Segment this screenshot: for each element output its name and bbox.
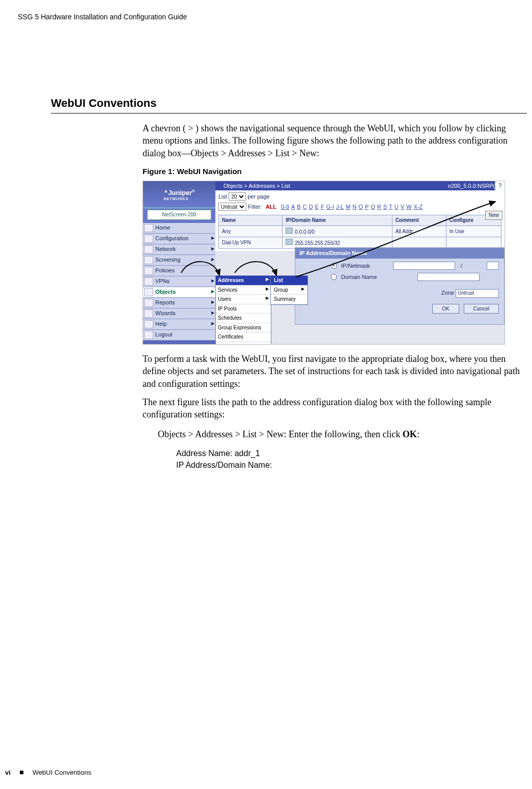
chevron-right-icon: ▶ xyxy=(211,278,214,284)
filter-letter[interactable]: T xyxy=(389,204,393,210)
per-page-select[interactable]: 20 xyxy=(229,192,246,201)
filter-all[interactable]: ALL xyxy=(266,204,276,210)
toggle-menu-link[interactable]: Toggle Menu xyxy=(143,344,215,345)
submenu-item-users[interactable]: Users▶ xyxy=(216,295,271,304)
sidebar-item-label: Policies xyxy=(155,267,175,274)
filter-letter[interactable]: U xyxy=(395,204,399,210)
filter-letter[interactable]: Q xyxy=(371,204,375,210)
zone-select[interactable]: Untrust xyxy=(456,289,499,298)
filter-letter[interactable]: O xyxy=(358,204,363,210)
nav-icon xyxy=(144,331,153,339)
submenu-item-schedules[interactable]: Schedules xyxy=(216,314,271,323)
nav-icon xyxy=(144,235,153,243)
filter-letter[interactable]: W xyxy=(406,204,411,210)
chevron-right-icon: ▶ xyxy=(211,289,214,295)
nav-icon xyxy=(144,267,153,275)
col-comment: Comment xyxy=(392,215,446,226)
chevron-right-icon: ▶ xyxy=(211,257,214,263)
zone-filter-select[interactable]: Untrust xyxy=(218,203,246,211)
cell-comment: All Addr xyxy=(392,226,446,237)
filter-letter[interactable]: C xyxy=(303,204,307,210)
filter-letter[interactable]: 0-9 xyxy=(281,204,289,210)
submenu-item-certificates[interactable]: Certificates xyxy=(216,332,271,342)
filter-letter[interactable]: R xyxy=(377,204,381,210)
brand-text: Juniper xyxy=(168,189,192,196)
sidebar-item-label: VPNs xyxy=(155,277,170,285)
filter-letter[interactable]: M xyxy=(346,204,350,210)
cancel-button[interactable]: Cancel xyxy=(464,304,499,314)
submenu-item-list[interactable]: List xyxy=(271,276,307,286)
filter-letter[interactable]: A xyxy=(291,204,295,210)
ip-icon xyxy=(286,239,293,245)
chevron-right-icon: ▶ xyxy=(266,343,269,345)
filter-label: Filter: xyxy=(248,204,262,210)
page-number: vi xyxy=(5,769,11,776)
submenu-item-ip-pools[interactable]: IP Pools xyxy=(216,304,271,314)
submenu-item-group[interactable]: Group▶ xyxy=(271,286,307,295)
webui-main-panel: List 20 per page Untrust Filter: ALL 0-9… xyxy=(215,190,505,251)
nav-icon xyxy=(144,256,153,264)
sidebar-item-label: Configuration xyxy=(155,235,188,242)
nav-icon xyxy=(144,320,153,328)
help-icon[interactable]: ? xyxy=(495,181,505,190)
sidebar-item-logout[interactable]: Logout xyxy=(143,330,215,341)
radio-domain[interactable] xyxy=(331,274,337,280)
filter-letter[interactable]: S xyxy=(383,204,387,210)
cell-name: Dial-Up VPN xyxy=(219,237,283,249)
input-mask[interactable] xyxy=(487,262,499,270)
filter-letter[interactable]: V xyxy=(401,204,404,210)
device-tag: NetScreen-200 xyxy=(147,210,211,220)
sidebar-item-vpns[interactable]: VPNs▶ xyxy=(143,276,215,287)
filter-letter[interactable]: B xyxy=(297,204,300,210)
footer-section: WebUI Conventions xyxy=(33,769,91,776)
sidebar-item-screening[interactable]: Screening▶ xyxy=(143,255,215,266)
sidebar-item-wizards[interactable]: Wizards▶ xyxy=(143,308,215,319)
filter-letter[interactable]: J-L xyxy=(336,204,344,210)
example-path-line: Objects > Addresses > List > New: Enter … xyxy=(158,428,527,440)
filter-letter[interactable]: G-I xyxy=(326,204,334,210)
sidebar-item-policies[interactable]: Policies xyxy=(143,266,215,276)
filter-letter[interactable]: D xyxy=(309,204,313,210)
body-paragraph-3: The next figure lists the path to the ad… xyxy=(143,396,527,421)
sidebar-item-configuration[interactable]: Configuration▶ xyxy=(143,234,215,244)
config-line-1: Address Name: addr_1 xyxy=(176,447,527,459)
webui-sidebar: ▲Juniper® NETWORKS NetScreen-200 HomeCon… xyxy=(143,181,215,344)
input-ipnetmask[interactable] xyxy=(393,262,455,270)
filter-letter[interactable]: P xyxy=(365,204,369,210)
chevron-right-icon: ▶ xyxy=(211,300,214,305)
submenu-item-group-expressions[interactable]: Group Expressions xyxy=(216,323,271,333)
chevron-right-icon: ▶ xyxy=(266,277,269,284)
filter-letter[interactable]: N xyxy=(352,204,356,210)
filter-letter[interactable]: F xyxy=(321,204,324,210)
submenu-item-summary[interactable]: Summary xyxy=(271,295,307,304)
new-button[interactable]: New xyxy=(485,211,502,220)
chevron-right-icon: ▶ xyxy=(301,287,304,294)
submenu-item-addresses[interactable]: Addresses▶ xyxy=(216,276,271,286)
chevron-right-icon: ▶ xyxy=(211,236,214,241)
sidebar-item-network[interactable]: Network▶ xyxy=(143,244,215,255)
cell-ip: 255.255.255.255/32 xyxy=(283,237,392,249)
filter-letter[interactable]: E xyxy=(315,204,319,210)
dialog-title: IP Address/Domain Name xyxy=(295,248,504,259)
filter-letter[interactable]: X-Z xyxy=(414,204,423,210)
page-footer: vi WebUI Conventions xyxy=(5,769,91,776)
radio-ipnetmask[interactable] xyxy=(331,263,337,269)
brand-logo: ▲Juniper® NETWORKS xyxy=(143,181,215,208)
ok-button[interactable]: OK xyxy=(432,304,459,314)
sidebar-item-help[interactable]: Help▶ xyxy=(143,319,215,330)
input-domain[interactable] xyxy=(417,273,480,281)
submenu-item-services[interactable]: Services▶ xyxy=(216,286,271,295)
sidebar-item-label: Wizards xyxy=(155,309,176,317)
sidebar-item-label: Logout xyxy=(155,331,173,339)
submenu-item-attacks[interactable]: Attacks▶ xyxy=(216,342,271,345)
intro-paragraph-1: A chevron ( > ) shows the navigational s… xyxy=(143,122,527,159)
col-ipdomain: IP/Domain Name xyxy=(283,215,392,226)
per-page-post: per page xyxy=(247,193,269,200)
sidebar-item-reports[interactable]: Reports▶ xyxy=(143,298,215,308)
ip-icon xyxy=(286,228,293,234)
sidebar-item-objects[interactable]: Objects▶ xyxy=(143,287,215,298)
chevron-right-icon: ▶ xyxy=(266,287,269,294)
sidebar-item-home[interactable]: Home xyxy=(143,223,215,234)
table-row: Any0.0.0.0/0All AddrIn Use xyxy=(219,226,501,237)
config-settings-block: Address Name: addr_1 IP Address/Domain N… xyxy=(176,447,527,471)
